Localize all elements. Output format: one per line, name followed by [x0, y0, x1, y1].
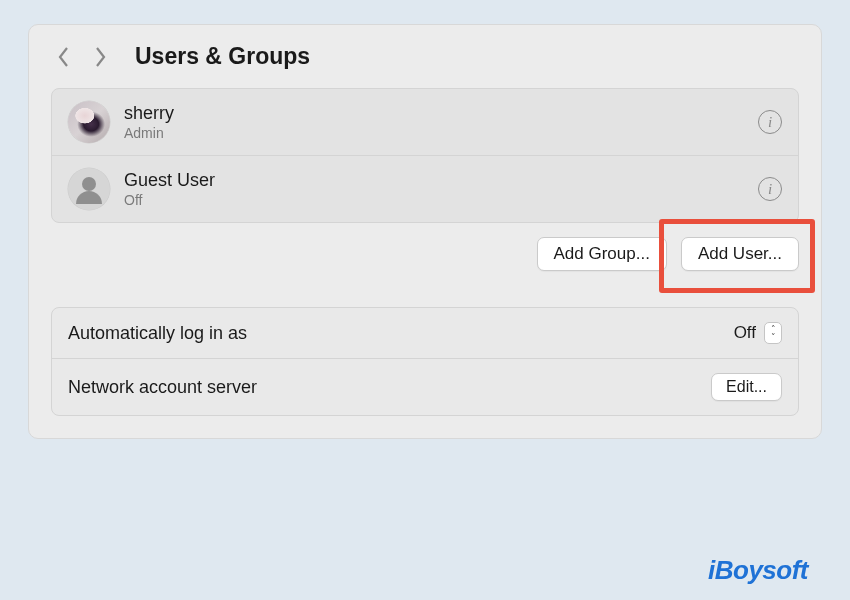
user-name: sherry	[124, 103, 744, 125]
add-group-button[interactable]: Add Group...	[537, 237, 667, 271]
header: Users & Groups	[51, 43, 799, 70]
settings-list: Automatically log in as Off ˄˅ Network a…	[51, 307, 799, 416]
info-icon: i	[768, 181, 772, 198]
setting-label: Network account server	[68, 377, 257, 398]
user-name: Guest User	[124, 170, 744, 192]
edit-button[interactable]: Edit...	[711, 373, 782, 401]
user-row[interactable]: sherry Admin i	[52, 89, 798, 156]
info-button[interactable]: i	[758, 177, 782, 201]
setting-label: Automatically log in as	[68, 323, 247, 344]
settings-panel: Users & Groups sherry Admin i Guest User…	[28, 24, 822, 439]
user-info: Guest User Off	[124, 170, 744, 209]
avatar	[68, 168, 110, 210]
info-icon: i	[768, 114, 772, 131]
user-role: Off	[124, 192, 744, 208]
page-title: Users & Groups	[135, 43, 310, 70]
setting-control: Off ˄˅	[734, 322, 782, 344]
avatar	[68, 101, 110, 143]
auto-login-row: Automatically log in as Off ˄˅	[52, 308, 798, 359]
info-button[interactable]: i	[758, 110, 782, 134]
chevron-up-down-icon: ˄˅	[771, 325, 776, 341]
add-user-button[interactable]: Add User...	[681, 237, 799, 271]
auto-login-dropdown[interactable]: ˄˅	[764, 322, 782, 344]
users-list: sherry Admin i Guest User Off i	[51, 88, 799, 223]
chevron-left-icon	[55, 44, 73, 70]
watermark-logo: iBoysoft	[708, 555, 808, 586]
user-info: sherry Admin	[124, 103, 744, 142]
back-button[interactable]	[55, 44, 73, 70]
setting-control: Edit...	[711, 373, 782, 401]
auto-login-value: Off	[734, 323, 756, 343]
forward-button[interactable]	[91, 44, 109, 70]
chevron-right-icon	[91, 44, 109, 70]
action-buttons: Add Group... Add User...	[51, 237, 799, 271]
user-role: Admin	[124, 125, 744, 141]
network-server-row: Network account server Edit...	[52, 359, 798, 415]
user-row[interactable]: Guest User Off i	[52, 156, 798, 222]
